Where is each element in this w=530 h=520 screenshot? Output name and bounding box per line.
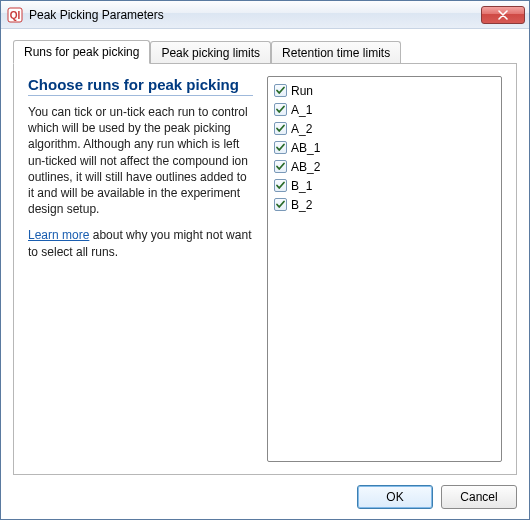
list-item[interactable]: Run xyxy=(274,81,495,100)
run-checkbox[interactable] xyxy=(274,141,287,154)
cancel-button-label: Cancel xyxy=(460,490,497,504)
learn-more-link[interactable]: Learn more xyxy=(28,228,89,242)
tab-0[interactable]: Runs for peak picking xyxy=(13,40,150,64)
list-item[interactable]: B_1 xyxy=(274,176,495,195)
check-icon xyxy=(275,180,286,191)
list-item[interactable]: AB_2 xyxy=(274,157,495,176)
dialog-body: Runs for peak pickingPeak picking limits… xyxy=(1,29,529,475)
check-icon xyxy=(275,142,286,153)
run-label: AB_2 xyxy=(291,160,320,174)
app-icon: QI xyxy=(7,7,23,23)
close-icon xyxy=(498,10,508,20)
run-label: B_2 xyxy=(291,198,312,212)
list-item[interactable]: A_1 xyxy=(274,100,495,119)
ok-button[interactable]: OK xyxy=(357,485,433,509)
runs-listbox[interactable]: RunA_1A_2AB_1AB_2B_1B_2 xyxy=(267,76,502,462)
cancel-button[interactable]: Cancel xyxy=(441,485,517,509)
run-checkbox[interactable] xyxy=(274,160,287,173)
learn-more-paragraph: Learn more about why you might not want … xyxy=(28,227,253,259)
tab-1[interactable]: Peak picking limits xyxy=(150,41,271,63)
list-item[interactable]: A_2 xyxy=(274,119,495,138)
list-item[interactable]: B_2 xyxy=(274,195,495,214)
run-checkbox[interactable] xyxy=(274,122,287,135)
check-icon xyxy=(275,104,286,115)
run-checkbox[interactable] xyxy=(274,198,287,211)
run-checkbox[interactable] xyxy=(274,84,287,97)
run-checkbox[interactable] xyxy=(274,103,287,116)
check-icon xyxy=(275,85,286,96)
check-icon xyxy=(275,123,286,134)
tab-label: Peak picking limits xyxy=(161,46,260,60)
left-column: Choose runs for peak picking You can tic… xyxy=(28,76,253,462)
tab-bar: Runs for peak pickingPeak picking limits… xyxy=(13,39,517,63)
run-label: A_2 xyxy=(291,122,312,136)
tab-panel-runs: Choose runs for peak picking You can tic… xyxy=(13,63,517,475)
tab-2[interactable]: Retention time limits xyxy=(271,41,401,63)
close-button[interactable] xyxy=(481,6,525,24)
run-label: A_1 xyxy=(291,103,312,117)
run-label: Run xyxy=(291,84,313,98)
tab-label: Runs for peak picking xyxy=(24,45,139,59)
window-title: Peak Picking Parameters xyxy=(29,8,481,22)
svg-text:QI: QI xyxy=(10,10,21,21)
titlebar: QI Peak Picking Parameters xyxy=(1,1,529,29)
tab-label: Retention time limits xyxy=(282,46,390,60)
dialog-window: QI Peak Picking Parameters Runs for peak… xyxy=(0,0,530,520)
check-icon xyxy=(275,161,286,172)
run-checkbox[interactable] xyxy=(274,179,287,192)
list-item[interactable]: AB_1 xyxy=(274,138,495,157)
dialog-footer: OK Cancel xyxy=(1,475,529,519)
heading-divider xyxy=(28,95,253,96)
panel-description: You can tick or un-tick each run to cont… xyxy=(28,104,253,217)
run-label: AB_1 xyxy=(291,141,320,155)
run-label: B_1 xyxy=(291,179,312,193)
check-icon xyxy=(275,199,286,210)
ok-button-label: OK xyxy=(386,490,403,504)
right-column: RunA_1A_2AB_1AB_2B_1B_2 xyxy=(267,76,502,462)
panel-heading: Choose runs for peak picking xyxy=(28,76,253,93)
